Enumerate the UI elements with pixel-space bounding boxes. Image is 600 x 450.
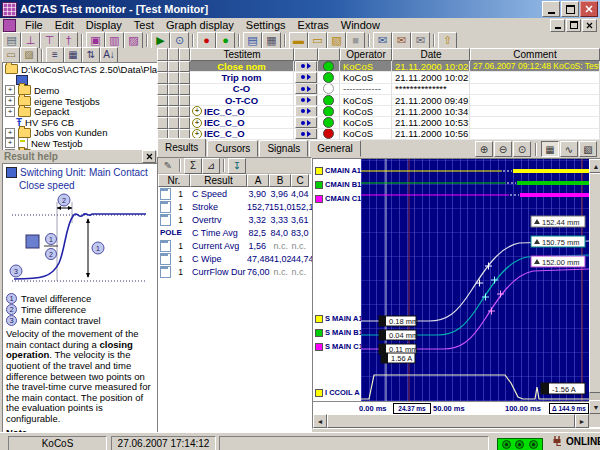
expand-icon[interactable] [5,96,15,106]
scroll-down-icon[interactable]: ▼ [589,400,600,414]
online-test-button[interactable]: ● [216,32,235,49]
result-row[interactable]: 1 C Wipe 47,48 41,02 44,74 [158,252,311,265]
restore-button[interactable] [561,1,579,17]
refresh-button[interactable]: ⇅ [82,47,100,63]
run-testitem-button[interactable] [295,84,317,95]
expand-icon[interactable] [5,128,15,138]
signal-plot[interactable]: 152.44 mm 150.75 mm 152.00 mm 0.18 mm 0.… [361,159,589,401]
run-testitem-button[interactable] [295,72,317,83]
minimize-button[interactable] [542,1,560,17]
stop-test-button[interactable]: ● [197,32,216,49]
expand-icon[interactable] [5,138,15,148]
child-close-button[interactable] [582,19,597,32]
menu-extras[interactable]: Extras [292,19,335,31]
tab-general[interactable]: General [309,140,361,157]
vertical-scrollbar[interactable]: ▲ ▼ [589,159,600,414]
report-edit-button[interactable]: ▧ [327,32,346,49]
column-header-testitem[interactable]: Testitem [190,48,294,61]
row-gutter[interactable] [157,95,168,106]
channel-s-main-b1[interactable]: S MAIN B1 [315,328,363,337]
import-button[interactable]: ⇧ [438,32,457,49]
row-gutter[interactable] [157,61,168,72]
test-preview-button[interactable]: ⊙ [170,32,189,49]
run-testitem-button[interactable] [295,95,317,106]
result-row[interactable]: POLE C Time Avg 82,5 84,0 83,0 [158,226,311,239]
run-testitem-button[interactable] [295,61,317,72]
child-restore-button[interactable] [566,19,581,32]
testitem-name[interactable]: IEC_C_O [190,106,294,117]
result-row[interactable]: 1 Stroke 152,7 151,0 152,1 [158,200,311,213]
testitem-name[interactable]: O-T-CO [190,95,294,106]
tree-item-demo[interactable]: Demo [5,85,157,96]
column-header[interactable] [168,48,179,61]
column-header[interactable] [294,48,318,61]
channel-s-main-c1[interactable]: S MAIN C1 [315,342,363,351]
menu-test[interactable]: Test [128,19,160,31]
plant-button[interactable]: ▤ [2,32,21,49]
channel-cmain-c1[interactable]: CMAIN C1 [315,194,361,203]
tab-results[interactable]: Results [157,138,206,157]
sort-az-button[interactable]: A↓ [100,47,118,63]
detach-graph-button[interactable]: ▧ [579,141,597,157]
expand-icon[interactable] [192,106,202,116]
testplan-button[interactable]: † [59,32,78,49]
result-row[interactable]: 1 Current Avg 1,56 n.c. n.c. [158,239,311,252]
folder-properties-button[interactable]: ▨ [20,47,38,63]
menu-edit[interactable]: Edit [49,19,80,31]
zoom-in-button[interactable]: ⊕ [475,141,493,157]
child-minimize-button[interactable] [550,19,565,32]
report-layout-button[interactable]: ▭ [308,32,327,49]
tree-item-device[interactable] [5,75,157,86]
channel-s-main-a1[interactable]: S MAIN A1 [315,314,363,323]
tree-item-hv-sf6-cb[interactable]: Ŧ HV SF6 CB [5,117,157,128]
delete-testplan-button[interactable]: ▨ [124,32,143,49]
delta-time-box[interactable]: Δ 144.9 ms [549,403,589,414]
expand-icon[interactable] [192,118,202,128]
channel-cmain-b1[interactable]: CMAIN B1 [315,180,361,189]
tab-cursors[interactable]: Cursors [207,140,258,157]
start-test-button[interactable]: ▶ [151,32,170,49]
sum-button[interactable]: Σ [184,158,202,174]
run-testitem-button[interactable] [295,106,317,117]
row-gutter[interactable] [157,84,168,95]
run-testitem-button[interactable] [295,117,317,128]
column-header-date[interactable]: Date [392,48,470,61]
new-folder-button[interactable]: ▭ [2,47,20,63]
row-gutter[interactable] [157,72,168,83]
tree-root[interactable]: D:\KoCoS\ACTAS 2.50\Data\Plants\ [5,64,157,75]
send-mail-button[interactable]: ✉ [373,32,392,49]
result-row[interactable]: 1 Overtrv 3,32 3,33 3,61 [158,213,311,226]
export-results-button[interactable]: ↧ [228,158,246,174]
column-header[interactable] [157,48,168,61]
result-row[interactable]: 1 CurrFlow Dur 76,00 n.c. n.c. [158,265,311,278]
export-mail-button[interactable]: ✉ [411,32,430,49]
open-report-button[interactable]: ▬ [289,32,308,49]
expand-icon[interactable] [5,107,15,117]
print-button[interactable]: ▦ [262,32,281,49]
testitem-name[interactable]: Close nom [190,61,294,72]
column-header-c[interactable]: C [291,174,309,187]
column-header[interactable] [318,48,340,61]
cursor-time-box[interactable]: 24.37 ms [393,403,431,414]
zoom-out-button[interactable]: ⊖ [494,141,512,157]
row-gutter[interactable] [157,106,168,117]
tree-item-eigene-testjobs[interactable]: eigene Testjobs [5,96,157,107]
column-header-operator[interactable]: Operator [340,48,392,61]
menu-display[interactable]: Display [80,19,128,31]
run-testitem-button[interactable] [295,129,317,140]
scroll-thumb[interactable] [589,173,600,393]
copy-testplan-button[interactable]: ▥ [105,32,124,49]
menu-window[interactable]: Window [335,19,386,31]
test-object-button[interactable]: ⊤ [40,32,59,49]
column-header[interactable] [179,48,190,61]
expand-icon[interactable] [5,85,15,95]
curve-settings-button[interactable]: ∿ [560,141,578,157]
tree-item-new-testjob[interactable]: New Testjob [5,138,157,149]
zoom-reset-button[interactable]: ⊙ [513,141,531,157]
tree-item-jobs-von-kunden[interactable]: Jobs von Kunden [5,128,157,139]
details-view-button[interactable]: ≡ [46,47,64,63]
scroll-up-icon[interactable]: ▲ [589,159,600,173]
switching-device-button[interactable]: ⊥ [21,32,40,49]
column-header-b[interactable]: B [269,174,291,187]
grid-toggle-button[interactable]: ▦ [541,141,559,157]
